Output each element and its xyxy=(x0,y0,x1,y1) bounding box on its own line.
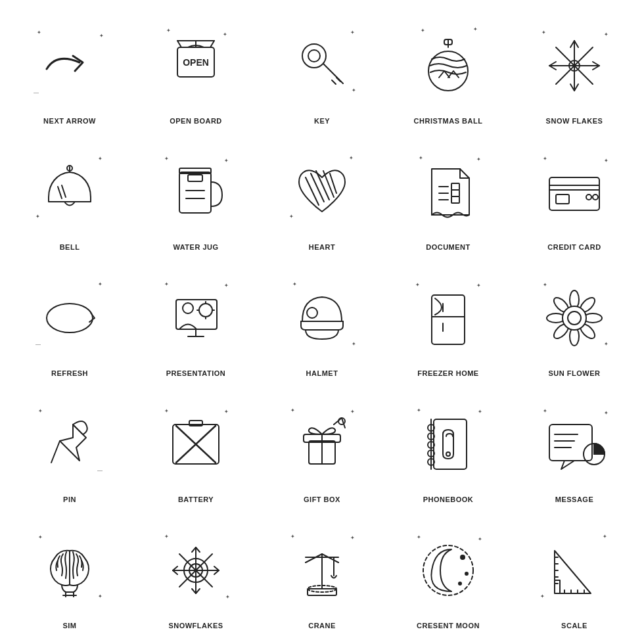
icon-cell-christmas-ball: ✦ ✦ CHRISTMAS BALL xyxy=(385,7,511,133)
svg-point-48 xyxy=(586,195,591,200)
svg-line-9 xyxy=(332,80,336,84)
icon-cell-heart: ✦ ✦ HEART xyxy=(259,133,385,259)
icon-grid: ✦ ✦ — NEXT ARROW ✦ ✦ OPEN xyxy=(0,0,644,644)
icon-label-sim: SIM xyxy=(62,622,76,630)
icon-label-credit-card: CREDIT CARD xyxy=(547,243,601,251)
icon-label-open-board: OPEN BOARD xyxy=(170,117,222,125)
svg-line-120 xyxy=(322,554,338,563)
svg-line-36 xyxy=(323,171,334,197)
icon-cell-message: ✦ ✦ MESSAGE xyxy=(511,385,637,511)
svg-point-50 xyxy=(47,304,93,333)
svg-point-49 xyxy=(593,195,598,200)
icon-cell-refresh: ✦ — REFRESH xyxy=(7,259,133,385)
svg-point-52 xyxy=(199,304,212,317)
icon-cell-snowflakes: ✦ ✦ SNOWFLAKES xyxy=(133,511,259,637)
svg-rect-44 xyxy=(549,177,599,210)
icon-label-water-jug: WATER JUG xyxy=(173,243,218,251)
svg-point-57 xyxy=(183,303,193,313)
icon-cell-presentation: ✦ ✦ PRESENTATION xyxy=(133,259,259,385)
icon-cell-phonebook: ✦ ✦ PHONEBOOK xyxy=(385,385,511,511)
svg-line-121 xyxy=(306,554,322,563)
svg-line-35 xyxy=(316,171,329,200)
icon-label-pin: PIN xyxy=(63,495,76,503)
icon-label-document: DOCUMENT xyxy=(426,243,471,251)
svg-point-124 xyxy=(423,545,473,595)
svg-line-75 xyxy=(51,441,60,463)
svg-rect-28 xyxy=(179,172,211,213)
icon-cell-halmet: ✦ ✦ HALMET xyxy=(259,259,385,385)
svg-point-5 xyxy=(302,44,326,68)
icon-cell-open-board: ✦ ✦ OPEN OPEN BOARD xyxy=(133,7,259,133)
icon-label-halmet: HALMET xyxy=(306,369,338,377)
icon-cell-crane: ✦ ✦ CRANE xyxy=(259,511,385,637)
icon-label-snow-flakes: SNOW FLAKES xyxy=(546,117,603,125)
icon-label-freezer-home: FREEZER HOME xyxy=(417,369,478,377)
svg-point-6 xyxy=(308,50,320,62)
icon-label-refresh: REFRESH xyxy=(51,369,88,377)
icon-cell-pin: ✦ — PIN xyxy=(7,385,133,511)
icon-cell-cresent-moon: ✦ ✦ CRESENT MOON xyxy=(385,511,511,637)
svg-point-127 xyxy=(459,582,461,585)
svg-line-26 xyxy=(58,187,62,198)
icon-label-presentation: PRESENTATION xyxy=(166,369,226,377)
icon-label-next-arrow: NEXT ARROW xyxy=(43,117,96,125)
svg-point-126 xyxy=(465,572,468,575)
icon-cell-freezer-home: ✦ ✦ FREEZER HOME xyxy=(385,259,511,385)
svg-point-125 xyxy=(461,555,465,559)
icon-cell-water-jug: ✦ ✦ WATER JUG xyxy=(133,133,259,259)
svg-point-91 xyxy=(446,452,450,456)
icon-label-crane: CRANE xyxy=(308,622,336,630)
svg-rect-32 xyxy=(188,175,202,181)
icon-cell-battery: ✦ ✦ BATTERY xyxy=(133,385,259,511)
svg-line-27 xyxy=(62,185,66,197)
icon-label-cresent-moon: CRESENT MOON xyxy=(417,622,480,630)
svg-line-3 xyxy=(210,41,214,47)
svg-rect-43 xyxy=(451,196,459,203)
svg-line-33 xyxy=(306,177,319,205)
svg-point-60 xyxy=(307,308,317,318)
svg-line-2 xyxy=(177,41,181,47)
icon-label-scale: SCALE xyxy=(561,622,587,630)
icon-label-key: KEY xyxy=(314,117,330,125)
icon-cell-key: ✦ ✦ KEY xyxy=(259,7,385,133)
icon-label-christmas-ball: CHRISTMAS BALL xyxy=(414,117,483,125)
icon-cell-sun-flower: ✦ ✦ SUN FLOWER xyxy=(511,259,637,385)
icon-label-battery: BATTERY xyxy=(178,495,214,503)
icon-label-gift-box: GIFT BOX xyxy=(304,495,340,503)
icon-cell-next-arrow: ✦ ✦ — NEXT ARROW xyxy=(7,7,133,133)
icon-cell-document: ✦ ✦ DOCUMENT xyxy=(385,133,511,259)
icon-cell-sim: ✦ ✦ xyxy=(7,511,133,637)
svg-text:OPEN: OPEN xyxy=(183,57,209,68)
icon-label-sun-flower: SUN FLOWER xyxy=(549,369,601,377)
icon-label-message: MESSAGE xyxy=(555,495,594,503)
svg-rect-42 xyxy=(451,190,459,196)
svg-rect-47 xyxy=(556,195,569,204)
svg-point-74 xyxy=(568,311,581,325)
icon-label-heart: HEART xyxy=(309,243,335,251)
svg-rect-41 xyxy=(451,183,459,190)
icon-label-phonebook: PHONEBOOK xyxy=(423,495,474,503)
icon-label-snowflakes: SNOWFLAKES xyxy=(168,622,223,630)
icon-cell-snow-flakes: ✦ ✦ SNOW FLAKES xyxy=(511,7,637,133)
icon-cell-gift-box: ✦ ✦ GIFT BOX xyxy=(259,385,385,511)
icon-cell-credit-card: ✦ ✦ CREDIT CARD xyxy=(511,133,637,259)
icon-cell-bell: ✦ ✦ BELL xyxy=(7,133,133,259)
icon-cell-scale: ✦ ✦ SCALE xyxy=(511,511,637,637)
svg-rect-61 xyxy=(432,295,465,344)
icon-label-bell: BELL xyxy=(60,243,80,251)
svg-rect-92 xyxy=(549,425,592,461)
svg-rect-84 xyxy=(434,419,467,469)
